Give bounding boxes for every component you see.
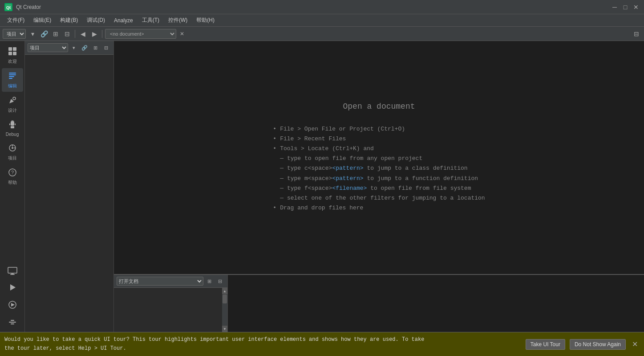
sidebar-item-debug[interactable]: Debug (2, 117, 23, 139)
bottom-left-scrollbar[interactable]: ▲ ▼ (222, 288, 227, 332)
edit-icon (8, 71, 17, 82)
toolbar-separator-1 (75, 30, 75, 38)
sidebar-item-project[interactable]: 项目 (2, 140, 23, 164)
extra-icon (8, 317, 17, 328)
sidebar-label-help: 帮助 (8, 180, 17, 186)
sidebar-item-extra[interactable] (2, 315, 23, 331)
monitor-icon (8, 267, 17, 276)
notification-close-button[interactable]: ✕ (630, 340, 640, 348)
doc-close-btn[interactable]: ✕ (178, 30, 186, 38)
bottom-right-area (228, 275, 644, 332)
sidebar: 欢迎 编辑 (0, 41, 25, 332)
hint-line-8: — select one of the other filters for ju… (280, 193, 485, 203)
bottom-panels-row: 打开文档 ⊞ ⊟ ▲ ▼ (114, 274, 644, 332)
bottom-left-content: ▲ ▼ (114, 288, 227, 332)
bottom-left-select[interactable]: 打开文档 (117, 277, 203, 286)
expand-btn[interactable]: ⊞ (51, 29, 61, 39)
menu-debug[interactable]: 调试(D) (83, 16, 109, 25)
hint-line-4: — type to open file from any open projec… (280, 154, 485, 164)
sidebar-label-welcome: 欢迎 (8, 58, 17, 65)
run-icon (8, 282, 17, 294)
left-panel-toolbar: 项目 ▾ 🔗 ⊞ ⊟ (25, 41, 113, 55)
help-icon: ? (8, 168, 17, 179)
svg-rect-13 (15, 123, 16, 125)
editor-main: Open a document • File > Open File or Pr… (114, 41, 644, 274)
main-wrapper: 欢迎 编辑 (0, 41, 644, 356)
svg-marker-26 (10, 284, 16, 291)
welcome-icon (8, 46, 17, 57)
sidebar-item-run[interactable] (2, 280, 23, 296)
link-btn[interactable]: 🔗 (39, 29, 49, 39)
center-main: Open a document • File > Open File or Pr… (114, 41, 644, 332)
menu-help[interactable]: 帮助(H) (193, 16, 218, 25)
scroll-down-arrow[interactable]: ▼ (222, 326, 227, 332)
svg-rect-16 (12, 120, 13, 122)
hint-line-3: • Tools > Locate (Ctrl+K) and (273, 144, 485, 154)
svg-rect-15 (12, 120, 12, 122)
sidebar-item-monitor[interactable] (2, 264, 23, 279)
notification-line2: the tour later, select Help > UI Tour. (4, 345, 126, 352)
svg-rect-11 (11, 121, 14, 126)
menu-analyze[interactable]: Analyze (110, 16, 137, 25)
build-run-icon (8, 300, 17, 311)
svg-text:Qt: Qt (6, 5, 11, 10)
svg-rect-5 (13, 52, 16, 55)
right-collapse-btn[interactable]: ⊟ (632, 29, 641, 39)
sidebar-label-design: 设计 (8, 107, 17, 114)
filter-btn[interactable]: ▾ (28, 29, 37, 39)
svg-point-18 (12, 147, 13, 149)
hint-line-5: — type c<space><pattern> to jump to a cl… (280, 164, 485, 173)
center-content: 欢迎 编辑 (0, 41, 644, 332)
design-icon (8, 95, 17, 106)
hint-line-9: • Drag and drop files here (273, 203, 485, 213)
collapse-toolbar-btn[interactable]: ⊟ (62, 29, 72, 39)
left-panel-select[interactable]: 项目 (28, 43, 68, 52)
svg-marker-28 (11, 303, 15, 307)
left-link-btn[interactable]: 🔗 (80, 43, 89, 53)
bottom-expand-btn[interactable]: ⊞ (204, 276, 214, 286)
svg-rect-6 (9, 73, 16, 74)
next-btn[interactable]: ▶ (89, 29, 99, 39)
hint-line-7: — type f<space><filename> to open file f… (280, 184, 485, 193)
bottom-collapse-btn[interactable]: ⊟ (215, 276, 225, 286)
take-tour-button[interactable]: Take UI Tour (526, 339, 565, 350)
menu-file[interactable]: 文件(F) (4, 16, 28, 25)
svg-rect-30 (11, 320, 14, 321)
project-select[interactable]: 项目 (3, 29, 26, 39)
svg-rect-8 (9, 76, 14, 77)
menu-edit[interactable]: 编辑(E) (30, 16, 55, 25)
svg-rect-14 (11, 126, 14, 128)
notification-text: Would you like to take a quick UI tour? … (4, 336, 521, 352)
bottom-left-toolbar: 打开文档 ⊞ ⊟ (114, 275, 227, 288)
sidebar-item-help[interactable]: ? 帮助 (2, 165, 23, 188)
svg-rect-7 (9, 74, 16, 75)
left-collapse-btn[interactable]: ⊟ (101, 43, 111, 53)
hint-line-6: — type m<space><pattern> to jump to a fu… (280, 174, 485, 184)
left-filter-btn[interactable]: ▾ (69, 43, 79, 53)
sidebar-item-edit[interactable]: 编辑 (2, 68, 23, 92)
menu-tools[interactable]: 工具(T) (138, 16, 163, 25)
svg-rect-9 (9, 78, 12, 79)
prev-btn[interactable]: ◀ (78, 29, 88, 39)
svg-rect-2 (8, 47, 12, 51)
sidebar-item-design[interactable]: 设计 (2, 93, 23, 116)
open-doc-hints: • File > Open File or Project (Ctrl+O) •… (273, 124, 485, 213)
document-select[interactable]: <no document> (105, 29, 176, 39)
left-expand-btn[interactable]: ⊞ (90, 43, 100, 53)
bottom-left-panel: 打开文档 ⊞ ⊟ ▲ ▼ (114, 275, 228, 332)
sidebar-item-build-run[interactable] (2, 297, 23, 314)
left-panel: 项目 ▾ 🔗 ⊞ ⊟ (25, 41, 114, 332)
menu-widgets[interactable]: 控件(W) (165, 16, 191, 25)
scroll-thumb[interactable] (223, 295, 227, 303)
notification-line1: Would you like to take a quick UI tour? … (4, 336, 424, 343)
scroll-up-arrow[interactable]: ▲ (222, 288, 227, 294)
toolbar-separator-2 (102, 30, 102, 38)
do-not-show-button[interactable]: Do Not Show Again (570, 339, 626, 350)
close-button[interactable]: ✕ (632, 4, 640, 11)
sidebar-item-welcome[interactable]: 欢迎 (2, 44, 23, 67)
menu-build[interactable]: 构建(B) (57, 16, 81, 25)
app-title: Qt Creator (16, 4, 41, 10)
minimize-button[interactable]: ─ (611, 4, 618, 11)
maximize-button[interactable]: □ (622, 4, 629, 11)
svg-rect-3 (13, 47, 16, 51)
